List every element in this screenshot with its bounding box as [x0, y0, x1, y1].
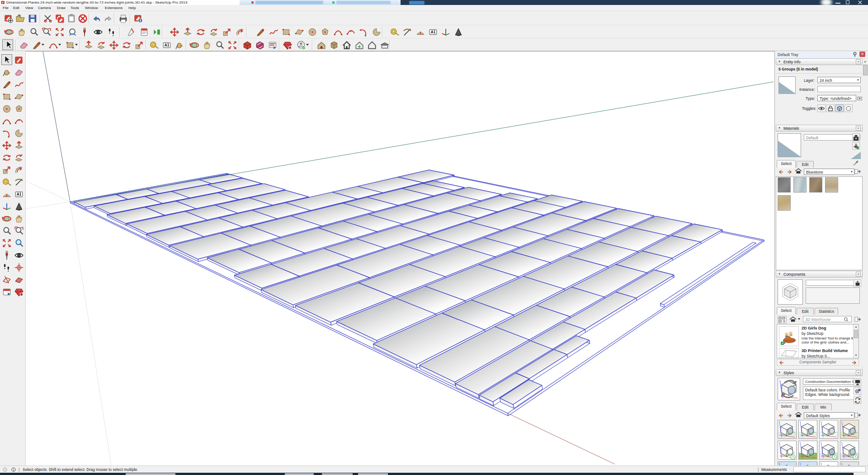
svg-text:?: ? [4, 468, 6, 471]
